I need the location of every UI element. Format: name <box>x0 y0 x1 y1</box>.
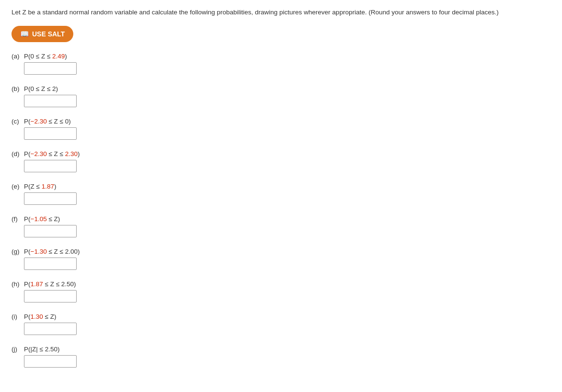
problem-d-label: (d) P(−2.30 ≤ Z ≤ 2.30) <box>11 150 551 157</box>
prob-text-i: P(1.30 ≤ Z) <box>24 313 56 320</box>
salt-icon: 📖 <box>20 30 29 38</box>
problem-c-label: (c) P(−2.30 ≤ Z ≤ 0) <box>11 118 551 125</box>
problem-g-label: (g) P(−1.30 ≤ Z ≤ 2.00) <box>11 248 551 255</box>
answer-input-i[interactable] <box>24 323 77 335</box>
answer-input-h[interactable] <box>24 290 77 302</box>
problem-b: (b) P(0 ≤ Z ≤ 2) <box>11 85 551 107</box>
problems-container: (a) P(0 ≤ Z ≤ 2.49) (b) P(0 ≤ Z ≤ 2) (c)… <box>11 53 551 368</box>
prob-text-c: P(−2.30 ≤ Z ≤ 0) <box>24 118 71 125</box>
part-letter-i: (i) <box>11 313 21 320</box>
prob-text-f: P(−1.05 ≤ Z) <box>24 215 60 223</box>
answer-input-g[interactable] <box>24 258 77 270</box>
answer-input-e[interactable] <box>24 192 77 205</box>
problem-b-label: (b) P(0 ≤ Z ≤ 2) <box>11 85 551 92</box>
problem-j-label: (j) P(|Z| ≤ 2.50) <box>11 346 551 353</box>
problem-f: (f) P(−1.05 ≤ Z) <box>11 215 551 237</box>
prob-text-j: P(|Z| ≤ 2.50) <box>24 346 59 353</box>
problem-g: (g) P(−1.30 ≤ Z ≤ 2.00) <box>11 248 551 270</box>
part-letter-e: (e) <box>11 183 21 190</box>
problem-d: (d) P(−2.30 ≤ Z ≤ 2.30) <box>11 150 551 172</box>
answer-input-d[interactable] <box>24 160 77 172</box>
problem-e: (e) P(Z ≤ 1.87) <box>11 183 551 205</box>
prob-text-e: P(Z ≤ 1.87) <box>24 183 56 190</box>
problem-h: (h) P(1.87 ≤ Z ≤ 2.50) <box>11 280 551 302</box>
part-letter-g: (g) <box>11 248 21 255</box>
problem-i-label: (i) P(1.30 ≤ Z) <box>11 313 551 320</box>
problem-c: (c) P(−2.30 ≤ Z ≤ 0) <box>11 118 551 140</box>
part-letter-h: (h) <box>11 280 21 288</box>
answer-input-c[interactable] <box>24 127 77 140</box>
problem-i: (i) P(1.30 ≤ Z) <box>11 313 551 335</box>
part-letter-j: (j) <box>11 346 21 353</box>
answer-input-j[interactable] <box>24 355 77 368</box>
problem-a: (a) P(0 ≤ Z ≤ 2.49) <box>11 53 551 75</box>
problem-j: (j) P(|Z| ≤ 2.50) <box>11 346 551 368</box>
part-letter-a: (a) <box>11 53 21 60</box>
part-letter-c: (c) <box>11 118 21 125</box>
instructions: Let Z be a standard normal random variab… <box>11 8 551 17</box>
problem-h-label: (h) P(1.87 ≤ Z ≤ 2.50) <box>11 280 551 288</box>
use-salt-label: USE SALT <box>32 30 65 38</box>
problem-f-label: (f) P(−1.05 ≤ Z) <box>11 215 551 223</box>
prob-text-a: P(0 ≤ Z ≤ 2.49) <box>24 53 67 60</box>
problem-a-label: (a) P(0 ≤ Z ≤ 2.49) <box>11 53 551 60</box>
use-salt-button[interactable]: 📖 USE SALT <box>11 26 73 42</box>
part-letter-b: (b) <box>11 85 21 92</box>
prob-text-b: P(0 ≤ Z ≤ 2) <box>24 85 58 92</box>
problem-e-label: (e) P(Z ≤ 1.87) <box>11 183 551 190</box>
part-letter-f: (f) <box>11 215 21 223</box>
answer-input-f[interactable] <box>24 225 77 237</box>
prob-text-h: P(1.87 ≤ Z ≤ 2.50) <box>24 280 76 288</box>
answer-input-b[interactable] <box>24 95 77 107</box>
answer-input-a[interactable] <box>24 62 77 75</box>
part-letter-d: (d) <box>11 150 21 157</box>
prob-text-g: P(−1.30 ≤ Z ≤ 2.00) <box>24 248 80 255</box>
prob-text-d: P(−2.30 ≤ Z ≤ 2.30) <box>24 150 80 157</box>
